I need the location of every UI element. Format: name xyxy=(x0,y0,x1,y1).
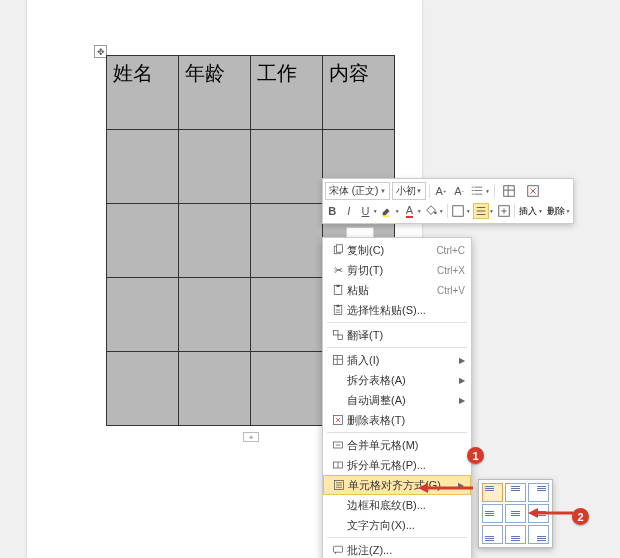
separator xyxy=(514,204,515,218)
highlight-icon[interactable] xyxy=(380,203,395,219)
svg-rect-14 xyxy=(334,356,343,365)
align-mid-center[interactable] xyxy=(505,504,526,523)
separator xyxy=(447,204,448,218)
menu-separator xyxy=(327,537,467,538)
merge-icon[interactable] xyxy=(497,203,512,219)
underline-icon[interactable]: U xyxy=(358,203,373,219)
chevron-right-icon: ▶ xyxy=(458,481,464,490)
svg-rect-7 xyxy=(337,245,343,253)
chevron-down-icon[interactable]: ▼ xyxy=(439,208,444,214)
chevron-down-icon: ▼ xyxy=(380,188,386,194)
menu-delete-table[interactable]: 删除表格(T) xyxy=(323,410,471,430)
table-header-cell[interactable]: 姓名 xyxy=(107,56,179,130)
annotation-callout-2: 2 xyxy=(572,508,589,525)
shading-icon[interactable] xyxy=(424,203,439,219)
split-cells-icon xyxy=(329,459,347,471)
align-top-left[interactable] xyxy=(482,483,503,502)
delete-label[interactable]: 删除 xyxy=(546,205,566,218)
clipboard-icon xyxy=(329,284,347,296)
align-mid-right[interactable] xyxy=(528,504,549,523)
align-bot-left[interactable] xyxy=(482,525,503,544)
align-mid-left[interactable] xyxy=(482,504,503,523)
merge-cells-icon xyxy=(329,439,347,451)
chevron-down-icon[interactable]: ▼ xyxy=(566,208,571,214)
menu-paste-special[interactable]: 选择性粘贴(S)... xyxy=(323,300,471,320)
table-header-cell[interactable]: 年龄 xyxy=(179,56,251,130)
separator xyxy=(494,184,495,198)
svg-rect-11 xyxy=(337,305,340,307)
menu-split-cells[interactable]: 拆分单元格(P)... xyxy=(323,455,471,475)
chevron-down-icon[interactable]: ▼ xyxy=(395,208,400,214)
scissors-icon: ✂ xyxy=(329,264,347,277)
chevron-right-icon: ▶ xyxy=(459,396,465,405)
svg-rect-4 xyxy=(453,206,464,217)
menu-translate[interactable]: 翻译(T) xyxy=(323,325,471,345)
chevron-down-icon[interactable]: ▼ xyxy=(489,208,494,214)
svg-rect-2 xyxy=(383,215,390,217)
chevron-right-icon: ▶ xyxy=(459,376,465,385)
annotation-callout-1: 1 xyxy=(467,447,484,464)
chevron-down-icon[interactable]: ▼ xyxy=(417,208,422,214)
table-header-cell[interactable]: 工作 xyxy=(251,56,323,130)
chevron-down-icon[interactable]: ▼ xyxy=(538,208,543,214)
menu-separator xyxy=(327,432,467,433)
chevron-down-icon: ▼ xyxy=(416,188,422,194)
menu-split-table[interactable]: 拆分表格(A) ▶ xyxy=(323,370,471,390)
svg-rect-9 xyxy=(337,285,340,287)
svg-rect-13 xyxy=(338,335,343,340)
format-list-icon[interactable] xyxy=(469,183,485,199)
add-row-icon[interactable]: + xyxy=(243,432,259,442)
table-row: 姓名 年龄 工作 内容 xyxy=(107,56,395,130)
font-size: 小初 xyxy=(396,184,416,198)
svg-rect-12 xyxy=(334,331,339,336)
delete-table-icon xyxy=(329,414,347,426)
font-dropdown[interactable]: 宋体 (正文) ▼ xyxy=(325,182,390,200)
menu-insert[interactable]: 插入(I) ▶ xyxy=(323,350,471,370)
context-menu: 复制(C) Ctrl+C ✂ 剪切(T) Ctrl+X 粘贴 Ctrl+V 选择… xyxy=(322,237,472,558)
bold-icon[interactable]: B xyxy=(325,203,340,219)
translate-icon xyxy=(329,329,347,341)
menu-autofit[interactable]: 自动调整(A) ▶ xyxy=(323,390,471,410)
menu-copy[interactable]: 复制(C) Ctrl+C xyxy=(323,240,471,260)
align-bot-right[interactable] xyxy=(528,525,549,544)
menu-separator xyxy=(327,322,467,323)
grow-font-icon[interactable]: A+ xyxy=(433,183,449,199)
chevron-down-icon[interactable]: ▼ xyxy=(466,208,471,214)
clipboard-special-icon xyxy=(329,304,347,316)
svg-point-3 xyxy=(435,211,438,214)
delete-button[interactable] xyxy=(522,183,544,199)
align-icon xyxy=(330,479,348,491)
menu-cell-align[interactable]: 单元格对齐方式(G) ▶ xyxy=(323,475,471,495)
insert-label[interactable]: 插入 xyxy=(518,205,538,218)
menu-comment[interactable]: 批注(Z)... xyxy=(323,540,471,558)
menu-merge-cells[interactable]: 合并单元格(M) xyxy=(323,435,471,455)
chevron-down-icon[interactable]: ▼ xyxy=(373,208,378,214)
font-color-icon[interactable]: A xyxy=(402,203,417,219)
copy-icon xyxy=(329,244,347,256)
chevron-down-icon[interactable]: ▼ xyxy=(485,188,491,194)
menu-separator xyxy=(327,347,467,348)
align-icon[interactable] xyxy=(473,203,489,219)
menu-text-direction[interactable]: 文字方向(X)... xyxy=(323,515,471,535)
chevron-right-icon: ▶ xyxy=(459,356,465,365)
font-size-dropdown[interactable]: 小初 ▼ xyxy=(392,182,426,200)
insert-button[interactable] xyxy=(498,183,520,199)
table-header-cell[interactable]: 内容 xyxy=(323,56,395,130)
svg-rect-19 xyxy=(334,546,343,552)
align-top-center[interactable] xyxy=(505,483,526,502)
menu-paste[interactable]: 粘贴 Ctrl+V xyxy=(323,280,471,300)
italic-icon[interactable]: I xyxy=(342,203,357,219)
menu-cut[interactable]: ✂ 剪切(T) Ctrl+X xyxy=(323,260,471,280)
mini-toolbar: 宋体 (正文) ▼ 小初 ▼ A+ A- ▼ B I U ▼ ▼ A xyxy=(322,178,574,224)
align-top-right[interactable] xyxy=(528,483,549,502)
svg-rect-0 xyxy=(504,186,515,197)
table-icon xyxy=(329,354,347,366)
align-bot-center[interactable] xyxy=(505,525,526,544)
cell-align-popup xyxy=(478,479,553,548)
comment-icon xyxy=(329,544,347,556)
border-icon[interactable] xyxy=(451,203,466,219)
menu-borders[interactable]: 边框和底纹(B)... xyxy=(323,495,471,515)
shrink-font-icon[interactable]: A- xyxy=(451,183,467,199)
font-name: 宋体 (正文) xyxy=(329,184,378,198)
separator xyxy=(429,184,430,198)
